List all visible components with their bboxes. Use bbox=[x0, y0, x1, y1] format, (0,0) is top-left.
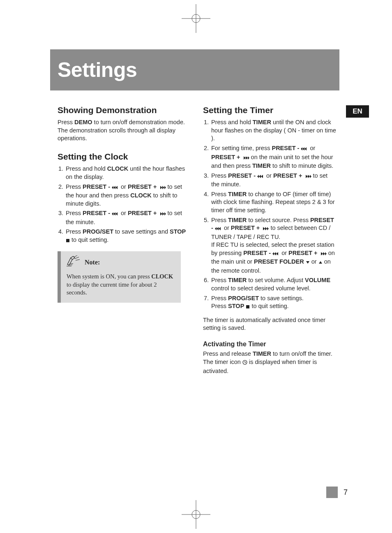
page-title: Settings bbox=[58, 58, 137, 82]
skip-forward-icon bbox=[319, 250, 327, 258]
clock-icon bbox=[242, 359, 247, 367]
heading-setting-timer: Setting the Timer bbox=[203, 104, 337, 116]
text: Press and release bbox=[203, 350, 253, 357]
svg-marker-19 bbox=[301, 147, 302, 151]
triangle-up-icon bbox=[318, 259, 323, 267]
button-ref-preset-minus: PRESET - bbox=[272, 145, 299, 151]
timer-step-4: Press TIMER to change to OF (timer off t… bbox=[210, 190, 337, 215]
svg-marker-27 bbox=[261, 175, 263, 178]
timer-step-5: Press TIMER to select source. Press PRES… bbox=[210, 216, 337, 275]
button-ref-timer: TIMER bbox=[228, 277, 247, 283]
left-column: Showing Demonstration Press DEMO to turn… bbox=[58, 104, 191, 380]
text: Press bbox=[211, 277, 228, 283]
svg-marker-12 bbox=[112, 212, 113, 216]
text: Press and hold bbox=[211, 119, 253, 125]
svg-marker-43 bbox=[306, 261, 309, 264]
timer-step-1: Press and hold TIMER until the ON and cl… bbox=[210, 118, 337, 143]
button-ref-volume: VOLUME bbox=[305, 277, 330, 283]
svg-rect-18 bbox=[66, 239, 69, 242]
page-number-block: 7 bbox=[326, 487, 348, 498]
text: to quit setting. bbox=[251, 303, 288, 309]
page-number-decoration bbox=[326, 487, 338, 498]
text: or bbox=[281, 250, 288, 256]
content-area: Showing Demonstration Press DEMO to turn… bbox=[58, 104, 337, 380]
svg-marker-38 bbox=[274, 252, 276, 255]
text: to save settings and bbox=[113, 228, 170, 235]
svg-marker-14 bbox=[115, 212, 118, 216]
button-ref-timer: TIMER bbox=[253, 350, 271, 357]
button-ref-preset-plus: PRESET + bbox=[211, 154, 240, 160]
button-ref-preset-plus: PRESET + bbox=[288, 250, 318, 256]
manual-page: Settings EN Showing Demonstration Press … bbox=[0, 0, 392, 533]
text: to select source. Press bbox=[247, 217, 310, 223]
button-ref-preset-plus: PRESET + bbox=[231, 225, 260, 231]
text: Press bbox=[211, 295, 228, 301]
svg-marker-30 bbox=[310, 175, 311, 178]
svg-marker-41 bbox=[323, 252, 325, 255]
stop-icon bbox=[66, 237, 70, 245]
svg-marker-40 bbox=[321, 252, 323, 255]
button-ref-clock: CLOCK bbox=[151, 273, 173, 280]
demo-paragraph: Press DEMO to turn on/off demonstration … bbox=[58, 118, 191, 143]
title-bar: Settings bbox=[50, 49, 339, 90]
svg-marker-42 bbox=[325, 252, 327, 255]
svg-marker-34 bbox=[263, 227, 265, 230]
skip-back-icon bbox=[215, 225, 222, 233]
button-ref-demo: DEMO bbox=[74, 119, 92, 125]
button-ref-clock: CLOCK bbox=[130, 192, 152, 199]
text: or bbox=[121, 210, 128, 216]
svg-marker-16 bbox=[162, 212, 164, 216]
text: Press bbox=[66, 210, 83, 216]
note-body: When system is ON, you can press CLOCK t… bbox=[67, 273, 175, 297]
svg-marker-39 bbox=[276, 252, 278, 255]
heading-showing-demonstration: Showing Demonstration bbox=[58, 104, 191, 116]
button-ref-timer: TIMER bbox=[252, 162, 271, 169]
skip-forward-icon bbox=[159, 184, 166, 192]
svg-marker-28 bbox=[306, 175, 308, 178]
svg-rect-45 bbox=[246, 305, 249, 308]
button-ref-preset-minus: PRESET - bbox=[243, 250, 271, 256]
svg-marker-10 bbox=[162, 186, 164, 189]
svg-marker-8 bbox=[115, 186, 118, 189]
page-number: 7 bbox=[344, 488, 348, 497]
activating-timer-paragraph: Press and release TIMER to turn on/off t… bbox=[203, 350, 337, 375]
text: to quit setting. bbox=[71, 236, 108, 243]
timer-auto-note: The timer is automatically activated onc… bbox=[203, 316, 337, 332]
svg-marker-21 bbox=[304, 147, 307, 151]
timer-step-2: For setting time, press PRESET - or PRES… bbox=[210, 144, 337, 170]
button-ref-stop: STOP bbox=[170, 228, 186, 235]
text: or bbox=[121, 183, 128, 190]
svg-marker-17 bbox=[164, 212, 166, 216]
skip-forward-icon bbox=[242, 154, 249, 162]
svg-marker-24 bbox=[248, 156, 249, 160]
text: or bbox=[311, 258, 318, 265]
text: to save settings. bbox=[259, 295, 304, 301]
text: Press bbox=[66, 183, 83, 190]
svg-marker-15 bbox=[160, 212, 162, 216]
button-ref-preset-minus: PRESET - bbox=[228, 172, 256, 179]
text: to display the current time for about 2 … bbox=[67, 281, 157, 296]
note-header: Note: bbox=[67, 255, 175, 269]
button-ref-preset-minus: PRESET - bbox=[83, 183, 110, 190]
button-ref-progset: PROG/SET bbox=[228, 295, 259, 301]
svg-marker-13 bbox=[113, 212, 115, 216]
timer-step-7: Press PROG/SET to save settings. Press S… bbox=[210, 294, 337, 311]
text: Press bbox=[211, 172, 228, 179]
clock-steps-list: Press and hold CLOCK until the hour flas… bbox=[58, 165, 191, 245]
skip-back-icon bbox=[257, 173, 265, 181]
timer-steps-list: Press and hold TIMER until the ON and cl… bbox=[203, 118, 337, 311]
clock-step-1: Press and hold CLOCK until the hour flas… bbox=[65, 165, 191, 181]
triangle-down-icon bbox=[306, 259, 310, 267]
button-ref-preset-folder: PRESET FOLDER bbox=[254, 258, 304, 265]
clock-step-4: Press PROG/SET to save settings and STOP… bbox=[65, 228, 191, 245]
button-ref-preset-minus: PRESET - bbox=[83, 210, 110, 216]
svg-marker-23 bbox=[246, 156, 248, 160]
text: or bbox=[310, 145, 315, 151]
button-ref-preset-plus: PRESET + bbox=[128, 183, 157, 190]
button-ref-preset-plus: PRESET + bbox=[273, 172, 302, 179]
svg-marker-20 bbox=[302, 147, 304, 151]
note-label: Note: bbox=[85, 258, 100, 267]
text: control to select desired volume level. bbox=[211, 285, 311, 292]
svg-marker-6 bbox=[112, 186, 113, 189]
text: Press bbox=[66, 228, 83, 235]
